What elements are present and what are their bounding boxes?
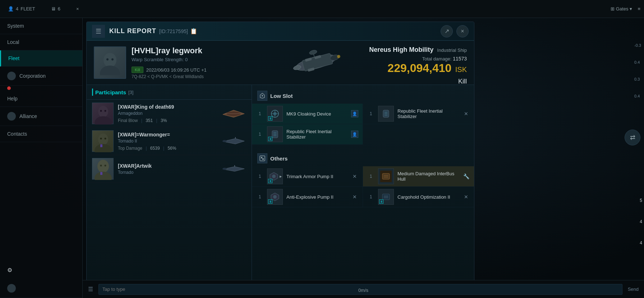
status-badge: Kill [132, 67, 143, 73]
list-item[interactable]: 1 ⏸ [252, 187, 363, 207]
tab-monitor[interactable]: 🖥 6 [47, 4, 65, 14]
slot-icon [257, 153, 267, 163]
item-overlay: ⏸ [268, 116, 272, 121]
ship-visual [280, 41, 352, 84]
left-sidebar: System Local Fleet Corporation Help Alli… [0, 18, 83, 298]
send-button[interactable]: Send [628, 286, 639, 292]
list-item[interactable]: 1 Repub [363, 104, 474, 124]
svg-point-30 [105, 165, 106, 167]
gates-btn[interactable]: ⊞ Gates ▾ [611, 6, 632, 12]
participant-ship: Tornado [118, 170, 217, 175]
status-dot [7, 86, 11, 90]
total-damage-label: Total damage: [422, 56, 452, 62]
item-name: Medium Damaged InterBus Hull [397, 171, 459, 182]
item-overlay: ⏸ [379, 199, 383, 204]
others-header: Others [252, 150, 474, 166]
wrench-button[interactable]: 🔧 [463, 173, 470, 180]
export-icon: ↗ [445, 28, 449, 35]
menu-icon[interactable]: ☰ [88, 286, 93, 293]
participant-ship: Tornado II [118, 139, 217, 144]
items-col-left: 1 [252, 104, 363, 145]
item-icon: ⏸ [267, 126, 283, 142]
modal-actions: ↗ × [441, 25, 469, 37]
item-qty: 1 [367, 194, 374, 199]
low-slot-section: Low Slot 1 [252, 85, 474, 148]
participants-header: Participants [3] [87, 85, 252, 100]
tab-fleet[interactable]: 👤 4 FLEET [4, 4, 40, 14]
tab-title: FLEET [20, 6, 35, 12]
low-slot-header: Low Slot [252, 88, 474, 104]
participant-info: [XWAR]=Warmonger= Tornado II Top Damage … [118, 132, 217, 151]
gates-label: Gates [616, 6, 629, 12]
svg-point-27 [97, 160, 109, 173]
svg-point-21 [95, 144, 112, 152]
svg-point-33 [222, 168, 227, 170]
participant-row[interactable]: [XWAR]=Warmonger= Tornado II Top Damage … [87, 127, 252, 155]
stat-label: Top Damage [118, 146, 142, 151]
slot-title: Others [270, 155, 288, 162]
sidebar-label: Corporation [19, 73, 46, 79]
victim-portrait [94, 46, 126, 79]
item-icon: ▶ ⏸ [267, 168, 283, 184]
list-item[interactable]: 1 Medium Damaged InterBus Hu [363, 166, 474, 187]
participant-name: [XWAR]Artwik [118, 163, 217, 169]
percent-val: 56% [167, 146, 176, 151]
item-qty: 1 [367, 174, 374, 179]
participant-name: [XWAR]=Warmonger= [118, 132, 217, 137]
sidebar-item-system[interactable]: System [0, 18, 82, 34]
stat-label: Final Blow [118, 118, 138, 123]
svg-point-26 [222, 140, 227, 142]
participant-row[interactable]: [XWAR]Artwik Tornado [87, 155, 252, 183]
sidebar-item-corporation[interactable]: Corporation [0, 67, 82, 86]
svg-point-23 [105, 138, 106, 140]
damage-val: 6539 [150, 146, 160, 151]
item-icon [378, 168, 394, 184]
monitor-count: 6 [58, 6, 60, 12]
remove-button[interactable]: ✕ [463, 110, 470, 117]
item-icon: ⏸ [267, 189, 283, 205]
kill-type-label: Kill [369, 78, 467, 85]
sidebar-item-contacts[interactable]: Contacts [0, 126, 82, 142]
item-qty: 1 [256, 194, 263, 199]
panel-title: Participants [95, 89, 126, 95]
sidebar-item-local[interactable]: Local [0, 34, 82, 50]
item-name: Cargohold Optimization II [397, 194, 459, 200]
remove-button[interactable]: ✕ [463, 193, 470, 200]
ship-type-name: Nereus High Mobility [369, 46, 433, 53]
filter-icon: ≡ [638, 6, 640, 12]
damage-val: 351 [146, 118, 153, 123]
sidebar-item-help[interactable]: Help [0, 91, 82, 107]
tab-close[interactable]: × [72, 4, 83, 14]
participant-row[interactable]: [XWAR]King of death69 Armageddon Final B… [87, 100, 252, 127]
svg-point-28 [95, 172, 112, 180]
header-bar [92, 89, 93, 96]
participant-info: [XWAR]King of death69 Armageddon Final B… [118, 104, 217, 123]
list-item[interactable]: 1 ⏸ [363, 187, 474, 207]
list-item[interactable]: 1 [252, 124, 363, 145]
settings-item[interactable]: ⚙ [0, 261, 82, 279]
list-item[interactable]: 1 [252, 104, 363, 124]
chat-bar: ☰ Send 0m/s [83, 280, 644, 298]
sidebar-item-alliance[interactable]: Alliance [0, 107, 82, 126]
percent-val: 3% [161, 118, 167, 123]
close-icon: × [76, 6, 79, 12]
others-items: 1 ▶ ⏸ [252, 166, 474, 207]
svg-rect-52 [262, 158, 264, 160]
remove-button[interactable]: ✕ [351, 193, 358, 200]
copy-icon[interactable]: 📋 [190, 28, 197, 35]
low-slot-items: 1 [252, 104, 474, 145]
participant-stats: Final Blow | 351 | 3% [118, 118, 217, 123]
svg-rect-24 [100, 144, 102, 147]
export-button[interactable]: ↗ [441, 25, 453, 37]
total-damage-value: 11573 [453, 56, 467, 62]
sidebar-label: System [7, 23, 24, 29]
filter-btn[interactable]: ≡ [638, 6, 640, 12]
list-item[interactable]: 1 ▶ ⏸ [252, 166, 363, 187]
item-icon: ⏸ [267, 106, 283, 122]
sidebar-label: Fleet [8, 55, 19, 61]
close-button[interactable]: × [456, 25, 469, 37]
isk-value: 229,094,410 [387, 62, 451, 74]
slot-icon [257, 91, 267, 101]
sidebar-item-fleet[interactable]: Fleet [0, 50, 82, 67]
remove-button[interactable]: ✕ [351, 173, 358, 180]
